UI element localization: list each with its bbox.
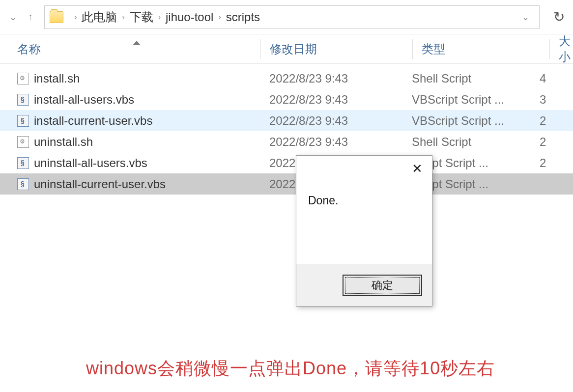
crumb[interactable]: jihuo-tool: [166, 10, 213, 24]
nav-up[interactable]: ↑: [22, 8, 39, 26]
history-dropdown[interactable]: ⌄: [4, 8, 22, 26]
file-name: uninstall-current-user.vbs: [34, 177, 166, 191]
file-name-cell: uninstall-all-users.vbs: [0, 156, 260, 170]
crumb[interactable]: 下载: [130, 9, 153, 25]
column-divider[interactable]: [260, 39, 261, 59]
file-row[interactable]: install-current-user.vbs2022/8/23 9:43VB…: [0, 110, 573, 131]
file-name: uninstall-all-users.vbs: [34, 156, 147, 170]
column-size-label: 大小: [559, 34, 571, 63]
vbscript-icon: [17, 178, 29, 190]
column-date-label: 修改日期: [270, 42, 317, 56]
sort-ascending-icon: [133, 41, 141, 45]
file-date: 2022/8/23 9:43: [260, 72, 403, 85]
column-date[interactable]: 修改日期: [270, 41, 412, 57]
file-type: Shell Script: [403, 135, 531, 149]
message-dialog: ✕ Done. 确定: [296, 155, 432, 307]
chevron-right-icon: ›: [122, 13, 124, 22]
refresh-button[interactable]: ↻: [548, 5, 569, 29]
dialog-message: Done.: [296, 184, 432, 264]
file-size: 2: [531, 156, 573, 170]
folder-icon: [50, 11, 63, 23]
close-icon[interactable]: ✕: [408, 160, 426, 177]
file-name: install-current-user.vbs: [34, 114, 152, 128]
dialog-titlebar: ✕: [296, 156, 432, 184]
file-name: install-all-users.vbs: [34, 93, 134, 107]
column-headers: 名称 修改日期 类型 大小: [0, 34, 573, 64]
column-name-label: 名称: [17, 42, 41, 56]
file-name-cell: uninstall.sh: [0, 135, 260, 149]
file-row[interactable]: install.sh2022/8/23 9:43Shell Script4: [0, 68, 573, 89]
file-name: install.sh: [34, 72, 80, 85]
file-name-cell: uninstall-current-user.vbs: [0, 177, 260, 191]
file-row[interactable]: install-all-users.vbs2022/8/23 9:43VBScr…: [0, 89, 573, 110]
file-size: 3: [531, 93, 573, 107]
column-divider[interactable]: [549, 39, 550, 59]
file-row[interactable]: uninstall.sh2022/8/23 9:43Shell Script2: [0, 131, 573, 152]
crumb[interactable]: 此电脑: [82, 9, 117, 25]
file-list: install.sh2022/8/23 9:43Shell Script4ins…: [0, 64, 573, 195]
vbscript-icon: [17, 94, 29, 106]
column-name[interactable]: 名称: [0, 41, 260, 57]
chevron-right-icon: ›: [218, 13, 221, 22]
file-size: 4: [531, 72, 573, 85]
chevron-right-icon: ›: [74, 13, 77, 22]
file-name: uninstall.sh: [34, 135, 93, 149]
vbscript-icon: [17, 115, 29, 127]
address-toolbar: ⌄ ↑ › 此电脑 › 下载 › jihuo-tool › scripts ⌄ …: [0, 0, 573, 34]
column-type-label: 类型: [422, 42, 445, 56]
file-row[interactable]: uninstall-all-users.vbs2022Script Script…: [0, 152, 573, 173]
file-row[interactable]: uninstall-current-user.vbs2022Script Scr…: [0, 173, 573, 195]
column-divider[interactable]: [412, 39, 413, 59]
chevron-down-icon[interactable]: ⌄: [522, 12, 529, 23]
vbscript-icon: [17, 157, 29, 169]
file-size: 2: [531, 114, 573, 128]
file-type: VBScript Script ...: [403, 93, 531, 107]
file-name-cell: install-all-users.vbs: [0, 93, 260, 107]
file-type: Shell Script: [403, 72, 531, 85]
file-date: 2022/8/23 9:43: [260, 93, 403, 107]
file-name-cell: install.sh: [0, 72, 260, 85]
dialog-footer: 确定: [296, 264, 432, 306]
shell-script-icon: [17, 73, 29, 84]
ok-button[interactable]: 确定: [343, 275, 422, 296]
breadcrumb[interactable]: › 此电脑 › 下载 › jihuo-tool › scripts ⌄: [44, 5, 540, 29]
file-type: VBScript Script ...: [403, 114, 531, 128]
file-size: 2: [531, 135, 573, 149]
column-size[interactable]: 大小: [559, 33, 573, 65]
file-name-cell: install-current-user.vbs: [0, 114, 260, 128]
column-type[interactable]: 类型: [422, 41, 549, 57]
annotation-text: windows会稍微慢一点弹出Done，请等待10秒左右: [86, 357, 495, 381]
file-date: 2022/8/23 9:43: [260, 135, 403, 149]
crumb[interactable]: scripts: [226, 10, 260, 24]
shell-script-icon: [17, 136, 29, 148]
chevron-right-icon: ›: [158, 13, 161, 22]
file-date: 2022/8/23 9:43: [260, 114, 403, 128]
